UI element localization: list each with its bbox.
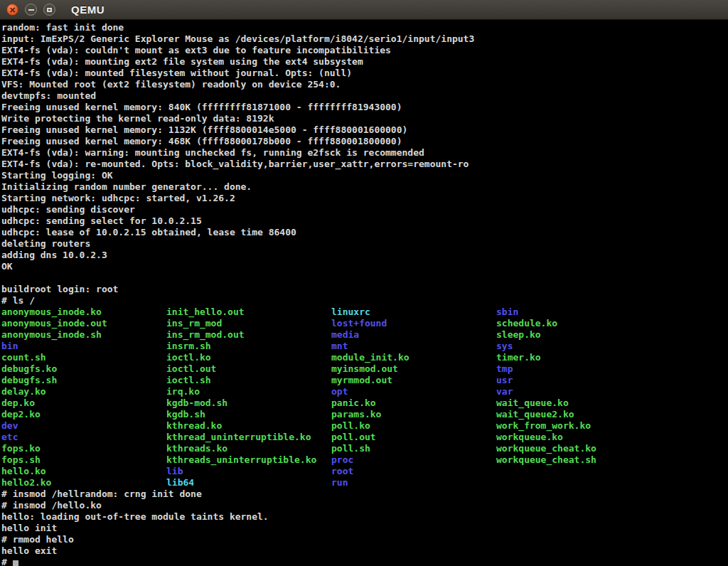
terminal-line: OK (1, 261, 728, 272)
ls-entry-dir: var (496, 386, 728, 397)
terminal-line: Freeing unused kernel memory: 468K (ffff… (1, 136, 728, 147)
ls-entry-dir: proc (331, 454, 496, 466)
terminal-line: buildroot login: root (1, 284, 728, 295)
close-icon: × (9, 6, 16, 14)
terminal-line: EXT4-fs (vda): mounted filesystem withou… (1, 68, 728, 79)
terminal-line: Initializing random number generator... … (1, 181, 728, 193)
ls-entry-dir: root (331, 466, 496, 477)
ls-entry-file: irq.ko (166, 386, 331, 397)
maximize-button[interactable] (43, 4, 55, 16)
ls-entry-file: poll.sh (331, 443, 496, 454)
ls-entry-file: fops.sh (1, 454, 166, 466)
terminal-line: input: ImExPS/2 Generic Explorer Mouse a… (1, 33, 728, 45)
boot-log: random: fast init doneinput: ImExPS/2 Ge… (1, 22, 728, 306)
maximize-icon (47, 8, 52, 12)
ls-entry-file: work_from_work.ko (496, 420, 728, 432)
terminal-line: random: fast init done (1, 22, 728, 33)
ls-entry-file: hello2.ko (1, 477, 166, 488)
terminal-line: EXT4-fs (vda): couldn't mount as ext3 du… (1, 45, 728, 56)
ls-entry-file: module_init.ko (331, 352, 496, 363)
ls-entry-file: panic.ko (331, 397, 496, 409)
terminal-line (1, 272, 728, 284)
shell-prompt: # (1, 557, 13, 566)
terminal-line: deleting routers (1, 238, 728, 250)
ls-entry-file: ioctl.out (166, 363, 331, 375)
shell-log: # insmod /hellrandom: crng init done# in… (1, 488, 728, 557)
ls-entry-file: myrmmod.out (331, 375, 496, 386)
terminal-line: # ls / (1, 295, 728, 306)
terminal-line: adding dns 10.0.2.3 (1, 250, 728, 261)
ls-entry-dir: dev (1, 420, 166, 432)
ls-entry-file: dep.ko (1, 397, 166, 409)
terminal-line: # rmmod hello (1, 534, 728, 545)
window-title: QEMU (71, 4, 105, 15)
ls-entry-dir: lib (166, 466, 331, 477)
ls-entry-file: wait_queue.ko (496, 397, 728, 409)
terminal-line: EXT4-fs (vda): mounting ext2 file system… (1, 56, 728, 68)
ls-entry-dir: sbin (496, 306, 728, 318)
terminal-line: hello exit (1, 545, 728, 557)
ls-entry-file: insrm.sh (166, 341, 331, 352)
ls-entry-file: workqueue.ko (496, 432, 728, 443)
ls-entry-file: poll.out (331, 432, 496, 443)
ls-entry-file: fops.ko (1, 443, 166, 454)
terminal-line: udhcpc: sending select for 10.0.2.15 (1, 215, 728, 227)
ls-entry-file: hello.ko (1, 466, 166, 477)
ls-entry-file: dep2.ko (1, 409, 166, 420)
ls-entry-dir: usr (496, 375, 728, 386)
terminal-line: Freeing unused kernel memory: 840K (ffff… (1, 102, 728, 113)
ls-entry-file: init_hello.out (166, 306, 331, 318)
terminal-line: Starting network: udhcpc: started, v1.26… (1, 193, 728, 204)
ls-entry-dir: tmp (496, 363, 728, 375)
ls-entry-file: kgdb.sh (166, 409, 331, 420)
ls-entry-file: wait_queue2.ko (496, 409, 728, 420)
ls-entry-file: ioctl.ko (166, 352, 331, 363)
ls-entry-file: myinsmod.out (331, 363, 496, 375)
ls-entry-file: count.sh (1, 352, 166, 363)
ls-entry-file: anonymous_inode.out (1, 318, 166, 329)
ls-entry-file: kthreads.ko (166, 443, 331, 454)
ls-entry-file: debugfs.ko (1, 363, 166, 375)
ls-entry-symlink: lib64 (166, 477, 331, 488)
minimize-button[interactable] (25, 4, 37, 16)
ls-entry-file: ins_rm_mod (166, 318, 331, 329)
ls-entry-file: delay.ko (1, 386, 166, 397)
ls-entry-file: kgdb-mod.sh (166, 397, 331, 409)
terminal-line: EXT4-fs (vda): re-mounted. Opts: block_v… (1, 159, 728, 170)
ls-entry-file: kthread_uninterruptible.ko (166, 432, 331, 443)
terminal-line: Freeing unused kernel memory: 1132K (fff… (1, 124, 728, 136)
terminal-line: hello: loading out-of-tree module taints… (1, 511, 728, 523)
terminal-line: Starting logging: OK (1, 170, 728, 181)
ls-entry-file: kthreads_uninterruptible.ko (166, 454, 331, 466)
ls-entry-file: anonymous_inode.sh (1, 329, 166, 341)
ls-entry-file: workqueue_cheat.ko (496, 443, 728, 454)
terminal-line: devtmpfs: mounted (1, 90, 728, 102)
ls-entry-dir: lost+found (331, 318, 496, 329)
terminal-line: # insmod /hellrandom: crng init done (1, 488, 728, 500)
titlebar: × QEMU (0, 0, 728, 20)
ls-entry-file: schedule.ko (496, 318, 728, 329)
terminal-screen[interactable]: random: fast init doneinput: ImExPS/2 Ge… (0, 20, 728, 566)
ls-entry-file: sleep.ko (496, 329, 728, 341)
terminal-line: hello init (1, 523, 728, 534)
ls-entry-dir: run (331, 477, 496, 488)
ls-entry-file: timer.ko (496, 352, 728, 363)
ls-entry-file: params.ko (331, 409, 496, 420)
terminal-line: # insmod /hello.ko (1, 500, 728, 511)
close-button[interactable]: × (6, 4, 18, 16)
ls-entry-file: kthread.ko (166, 420, 331, 432)
text-cursor (13, 560, 18, 566)
ls-entry-dir: bin (1, 341, 166, 352)
terminal-line: udhcpc: sending discover (1, 204, 728, 215)
ls-entry-dir: sys (496, 341, 728, 352)
terminal-line: VFS: Mounted root (ext2 filesystem) read… (1, 79, 728, 90)
ls-entry-symlink: linuxrc (331, 306, 496, 318)
ls-entry-dir: mnt (331, 341, 496, 352)
qemu-window: × QEMU random: fast init doneinput: ImEx… (0, 0, 728, 566)
terminal-line: EXT4-fs (vda): warning: mounting uncheck… (1, 147, 728, 159)
ls-output: anonymous_inode.koanonymous_inode.outano… (1, 306, 728, 488)
ls-entry-file: poll.ko (331, 420, 496, 432)
terminal-line: Write protecting the kernel read-only da… (1, 113, 728, 124)
ls-entry-file: workqueue_cheat.sh (496, 454, 728, 466)
ls-entry-file: ins_rm_mod.out (166, 329, 331, 341)
